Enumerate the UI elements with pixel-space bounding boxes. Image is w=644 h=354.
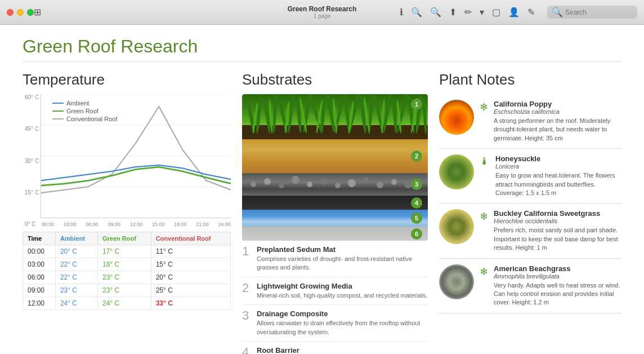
substrate-text: Drainage Composite Allows rainwater to d… — [257, 309, 428, 337]
maximize-button[interactable] — [27, 9, 34, 16]
cell-ambient: 24° C — [55, 297, 97, 310]
col-ambient: Ambient — [55, 232, 97, 245]
window-subtitle: 1 page — [288, 13, 357, 19]
sidebar-toggle-icon[interactable]: ⊞ — [34, 7, 41, 17]
plant-notes-heading: Plant Notes — [439, 71, 621, 88]
plant-icon-container: ❄ — [480, 209, 488, 223]
substrate-title: Lightweight Growing Media — [257, 282, 427, 290]
svg-point-45 — [335, 183, 341, 188]
zoom-out-icon[interactable]: 🔍 — [411, 7, 422, 17]
svg-point-49 — [391, 179, 397, 185]
title-bar: ⊞ Green Roof Research 1 page ℹ 🔍 🔍 ⬆ ✏ ▾… — [0, 0, 644, 25]
substrates-section: Substrates — [242, 71, 428, 354]
x-label-0900: 09:00 — [108, 222, 121, 227]
svg-point-40 — [264, 178, 271, 185]
y-label-45: 45° C — [25, 126, 39, 132]
plant-item: ❄ American Beachgrass Ammophila brevilig… — [439, 259, 621, 313]
badge-6: 6 — [411, 228, 422, 240]
col-greenroof: Green Roof — [97, 232, 151, 245]
search-input[interactable] — [565, 8, 633, 16]
cell-conventional: 33° C — [151, 297, 230, 310]
minimize-button[interactable] — [17, 9, 24, 16]
legend-conventional: Conventional Roof — [52, 116, 118, 122]
table-row: 03:00 22° C 18° C 15° C — [23, 258, 231, 271]
edit-icon[interactable]: ✏ — [464, 7, 472, 17]
substrate-desc: Mineral-rich soil, high-quality compost,… — [257, 291, 427, 300]
cell-greenroof: 23° C — [97, 284, 151, 297]
x-label-2400: 24:00 — [218, 222, 231, 227]
svg-point-42 — [292, 176, 299, 184]
x-label-1500: 15:00 — [152, 222, 165, 227]
substrate-title: Drainage Composite — [257, 309, 428, 318]
y-axis-labels: 60° C 45° C 30° C 15° C 0° C — [25, 94, 39, 227]
substrate-text: Lightweight Growing Media Mineral-rich s… — [257, 282, 427, 300]
plant-photo — [439, 154, 474, 189]
chevron-down-icon[interactable]: ▾ — [480, 7, 484, 17]
plant-name: Buckley California Sweetgrass — [494, 209, 621, 218]
cell-ambient: 22° C — [55, 271, 97, 284]
plant-icon: 🌡 — [480, 156, 490, 167]
substrate-number: 2 — [242, 282, 251, 300]
cell-time: 03:00 — [23, 258, 56, 271]
cell-ambient: 22° C — [55, 258, 97, 271]
y-label-0: 0° C — [25, 221, 39, 227]
cell-conventional: 20° C — [151, 271, 230, 284]
plant-desc: A strong performer on the roof. Moderate… — [494, 117, 621, 143]
substrate-item: 1 Preplanted Sedum Mat Comprises varieti… — [242, 241, 428, 277]
temperature-section: Temperature 60° C 45° C 30° C 15° C 0° C… — [23, 71, 231, 354]
cell-conventional: 25° C — [151, 284, 230, 297]
substrates-heading: Substrates — [242, 71, 428, 88]
substrate-number: 1 — [242, 245, 251, 272]
badge-2: 2 — [411, 151, 422, 162]
person-icon[interactable]: 👤 — [508, 7, 520, 17]
window-icon[interactable]: ▢ — [492, 7, 500, 17]
legend-ambient: Ambient — [52, 100, 118, 107]
substrate-list: 1 Preplanted Sedum Mat Comprises varieti… — [242, 241, 428, 354]
cell-greenroof: 24° C — [97, 297, 151, 310]
y-label-15: 15° C — [25, 189, 39, 196]
close-button[interactable] — [7, 9, 14, 16]
x-label-2100: 21:00 — [196, 222, 209, 227]
x-axis-labels: 00:00 03:00 06:00 09:00 12:00 15:00 18:0… — [41, 220, 231, 227]
page-title: Green Roof Research — [23, 36, 621, 62]
legend-ambient-label: Ambient — [66, 100, 89, 107]
info-icon[interactable]: ℹ — [400, 7, 403, 17]
substrate-title: Preplanted Sedum Mat — [257, 245, 428, 254]
cell-time: 00:00 — [23, 245, 56, 258]
cell-time: 12:00 — [23, 297, 56, 310]
search-bar[interactable]: 🔍 — [547, 6, 637, 19]
plant-icon-container: ❄ — [480, 264, 488, 278]
zoom-in-icon[interactable]: 🔍 — [430, 7, 441, 17]
share-icon[interactable]: ⬆ — [449, 7, 457, 17]
svg-point-47 — [363, 178, 369, 183]
substrate-desc: Allows rainwater to drain effectively fr… — [257, 319, 428, 337]
plant-scientific: Ammophila breviligulata — [494, 273, 621, 280]
plant-icon: ❄ — [480, 101, 488, 113]
cell-time: 06:00 — [23, 271, 56, 284]
svg-point-46 — [348, 179, 356, 187]
x-label-1200: 12:00 — [130, 222, 143, 227]
substrate-item: 2 Lightweight Growing Media Mineral-rich… — [242, 277, 428, 305]
cell-ambient: 23° C — [55, 284, 97, 297]
plant-item: 🌡 Honeysuckle Lonicera Easy to grow and … — [439, 149, 621, 203]
traffic-lights — [7, 9, 34, 16]
plant-scientific: Hierochloe occidentalis — [494, 218, 621, 224]
cell-greenroof: 23° C — [97, 271, 151, 284]
plant-desc: Easy to grow and heat-tolerant. The flow… — [495, 171, 621, 197]
toolbar-icons: ℹ 🔍 🔍 ⬆ ✏ ▾ ▢ 👤 ✎ 🔍 — [400, 6, 637, 19]
legend-greenroof: Green Roof — [52, 108, 118, 114]
plant-name: American Beachgrass — [494, 264, 621, 273]
plant-item: ❄ Buckley California Sweetgrass Hierochl… — [439, 203, 621, 258]
temperature-chart: Ambient Green Roof Conventional Roof — [41, 94, 231, 218]
main-content: Green Roof Research Temperature 60° C 45… — [0, 25, 644, 354]
cell-time: 09:00 — [23, 284, 56, 297]
plant-desc: Prefers rich, moist sandy soil and part … — [494, 226, 621, 252]
svg-point-48 — [377, 182, 383, 188]
plant-icon-container: 🌡 — [480, 154, 490, 167]
plant-info: American Beachgrass Ammophila breviligul… — [494, 264, 621, 307]
content-grid: Temperature 60° C 45° C 30° C 15° C 0° C… — [23, 71, 621, 354]
plant-icon-container: ❄ — [480, 100, 488, 113]
badge-4: 4 — [411, 197, 422, 209]
substrate-item: 3 Drainage Composite Allows rainwater to… — [242, 305, 428, 342]
markup-icon[interactable]: ✎ — [527, 7, 535, 17]
